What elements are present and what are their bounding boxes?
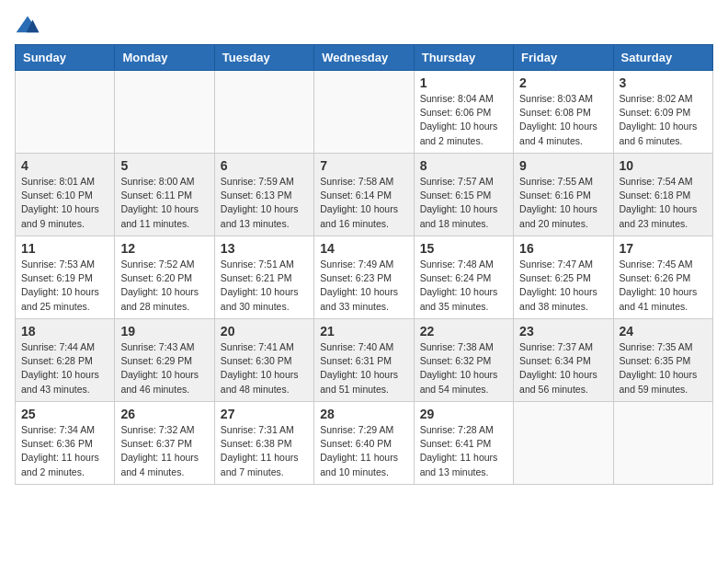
day-info: Sunrise: 7:54 AM Sunset: 6:18 PM Dayligh… bbox=[620, 175, 707, 231]
column-header-sunday: Sunday bbox=[16, 45, 115, 71]
day-info: Sunrise: 7:41 AM Sunset: 6:30 PM Dayligh… bbox=[221, 340, 308, 396]
calendar-day-cell bbox=[214, 71, 313, 154]
calendar-day-cell bbox=[514, 402, 613, 485]
calendar-day-cell: 1Sunrise: 8:04 AM Sunset: 6:06 PM Daylig… bbox=[414, 71, 513, 154]
day-info: Sunrise: 7:57 AM Sunset: 6:15 PM Dayligh… bbox=[420, 175, 507, 231]
day-info: Sunrise: 7:44 AM Sunset: 6:28 PM Dayligh… bbox=[21, 340, 108, 396]
calendar-day-cell: 17Sunrise: 7:45 AM Sunset: 6:26 PM Dayli… bbox=[613, 236, 712, 319]
calendar-day-cell: 16Sunrise: 7:47 AM Sunset: 6:25 PM Dayli… bbox=[514, 236, 613, 319]
day-info: Sunrise: 8:02 AM Sunset: 6:09 PM Dayligh… bbox=[620, 92, 707, 148]
day-number: 19 bbox=[120, 324, 208, 339]
day-info: Sunrise: 7:58 AM Sunset: 6:14 PM Dayligh… bbox=[320, 175, 407, 231]
day-number: 7 bbox=[320, 158, 407, 173]
day-info: Sunrise: 7:51 AM Sunset: 6:21 PM Dayligh… bbox=[221, 258, 308, 314]
day-info: Sunrise: 7:38 AM Sunset: 6:32 PM Dayligh… bbox=[420, 340, 507, 396]
calendar-day-cell: 2Sunrise: 8:03 AM Sunset: 6:08 PM Daylig… bbox=[514, 71, 613, 154]
calendar-day-cell: 13Sunrise: 7:51 AM Sunset: 6:21 PM Dayli… bbox=[214, 236, 313, 319]
day-number: 6 bbox=[221, 158, 308, 173]
calendar-day-cell: 24Sunrise: 7:35 AM Sunset: 6:35 PM Dayli… bbox=[613, 319, 712, 402]
calendar-day-cell bbox=[314, 71, 414, 154]
column-header-tuesday: Tuesday bbox=[214, 45, 313, 71]
calendar-day-cell: 21Sunrise: 7:40 AM Sunset: 6:31 PM Dayli… bbox=[314, 319, 414, 402]
calendar-day-cell: 8Sunrise: 7:57 AM Sunset: 6:15 PM Daylig… bbox=[414, 154, 513, 236]
day-info: Sunrise: 8:01 AM Sunset: 6:10 PM Dayligh… bbox=[21, 175, 108, 231]
calendar-day-cell: 6Sunrise: 7:59 AM Sunset: 6:13 PM Daylig… bbox=[214, 154, 313, 236]
calendar-day-cell: 14Sunrise: 7:49 AM Sunset: 6:23 PM Dayli… bbox=[314, 236, 414, 319]
day-number: 15 bbox=[420, 241, 507, 256]
day-number: 29 bbox=[420, 407, 507, 421]
day-info: Sunrise: 7:43 AM Sunset: 6:29 PM Dayligh… bbox=[120, 340, 208, 396]
calendar-week-row: 18Sunrise: 7:44 AM Sunset: 6:28 PM Dayli… bbox=[16, 319, 713, 402]
calendar-day-cell: 29Sunrise: 7:28 AM Sunset: 6:41 PM Dayli… bbox=[414, 402, 513, 485]
day-number: 10 bbox=[620, 158, 707, 173]
day-number: 18 bbox=[21, 324, 108, 339]
column-header-monday: Monday bbox=[115, 45, 214, 71]
calendar-day-cell: 22Sunrise: 7:38 AM Sunset: 6:32 PM Dayli… bbox=[414, 319, 513, 402]
calendar-day-cell: 12Sunrise: 7:52 AM Sunset: 6:20 PM Dayli… bbox=[115, 236, 214, 319]
column-header-wednesday: Wednesday bbox=[314, 45, 414, 71]
day-info: Sunrise: 7:35 AM Sunset: 6:35 PM Dayligh… bbox=[620, 340, 707, 396]
calendar-day-cell: 20Sunrise: 7:41 AM Sunset: 6:30 PM Dayli… bbox=[214, 319, 313, 402]
day-number: 16 bbox=[519, 241, 607, 256]
day-number: 17 bbox=[620, 241, 707, 256]
day-number: 4 bbox=[21, 158, 108, 173]
day-number: 21 bbox=[320, 324, 407, 339]
calendar-day-cell: 27Sunrise: 7:31 AM Sunset: 6:38 PM Dayli… bbox=[214, 402, 313, 485]
day-number: 5 bbox=[120, 158, 208, 173]
calendar-day-cell: 5Sunrise: 8:00 AM Sunset: 6:11 PM Daylig… bbox=[115, 154, 214, 236]
calendar-day-cell: 15Sunrise: 7:48 AM Sunset: 6:24 PM Dayli… bbox=[414, 236, 513, 319]
logo bbox=[15, 15, 44, 35]
day-number: 13 bbox=[221, 241, 308, 256]
day-info: Sunrise: 7:34 AM Sunset: 6:36 PM Dayligh… bbox=[21, 423, 108, 479]
day-info: Sunrise: 7:48 AM Sunset: 6:24 PM Dayligh… bbox=[420, 258, 507, 314]
day-number: 28 bbox=[320, 407, 407, 421]
calendar-week-row: 4Sunrise: 8:01 AM Sunset: 6:10 PM Daylig… bbox=[16, 154, 713, 236]
calendar-day-cell: 4Sunrise: 8:01 AM Sunset: 6:10 PM Daylig… bbox=[16, 154, 115, 236]
day-info: Sunrise: 8:03 AM Sunset: 6:08 PM Dayligh… bbox=[519, 92, 607, 148]
day-number: 25 bbox=[21, 407, 108, 421]
calendar-day-cell: 25Sunrise: 7:34 AM Sunset: 6:36 PM Dayli… bbox=[16, 402, 115, 485]
calendar-day-cell bbox=[115, 71, 214, 154]
calendar-week-row: 1Sunrise: 8:04 AM Sunset: 6:06 PM Daylig… bbox=[16, 71, 713, 154]
day-number: 9 bbox=[519, 158, 607, 173]
calendar-day-cell: 9Sunrise: 7:55 AM Sunset: 6:16 PM Daylig… bbox=[514, 154, 613, 236]
day-number: 1 bbox=[420, 75, 507, 90]
day-number: 2 bbox=[519, 75, 607, 90]
day-info: Sunrise: 7:45 AM Sunset: 6:26 PM Dayligh… bbox=[620, 258, 707, 314]
day-number: 23 bbox=[519, 324, 607, 339]
day-info: Sunrise: 7:47 AM Sunset: 6:25 PM Dayligh… bbox=[519, 258, 607, 314]
day-number: 14 bbox=[320, 241, 407, 256]
day-info: Sunrise: 7:52 AM Sunset: 6:20 PM Dayligh… bbox=[120, 258, 208, 314]
page-header bbox=[15, 15, 713, 35]
day-info: Sunrise: 7:49 AM Sunset: 6:23 PM Dayligh… bbox=[320, 258, 407, 314]
day-info: Sunrise: 7:31 AM Sunset: 6:38 PM Dayligh… bbox=[221, 423, 308, 479]
calendar-day-cell bbox=[613, 402, 712, 485]
column-header-friday: Friday bbox=[514, 45, 613, 71]
day-number: 26 bbox=[120, 407, 208, 421]
day-info: Sunrise: 7:32 AM Sunset: 6:37 PM Dayligh… bbox=[120, 423, 208, 479]
calendar-day-cell: 7Sunrise: 7:58 AM Sunset: 6:14 PM Daylig… bbox=[314, 154, 414, 236]
day-number: 11 bbox=[21, 241, 108, 256]
day-info: Sunrise: 7:37 AM Sunset: 6:34 PM Dayligh… bbox=[519, 340, 607, 396]
calendar-day-cell: 18Sunrise: 7:44 AM Sunset: 6:28 PM Dayli… bbox=[16, 319, 115, 402]
day-number: 8 bbox=[420, 158, 507, 173]
day-number: 24 bbox=[620, 324, 707, 339]
calendar-day-cell: 23Sunrise: 7:37 AM Sunset: 6:34 PM Dayli… bbox=[514, 319, 613, 402]
day-info: Sunrise: 7:29 AM Sunset: 6:40 PM Dayligh… bbox=[320, 423, 407, 479]
calendar-table: SundayMondayTuesdayWednesdayThursdayFrid… bbox=[15, 44, 713, 485]
day-info: Sunrise: 8:00 AM Sunset: 6:11 PM Dayligh… bbox=[120, 175, 208, 231]
calendar-day-cell: 28Sunrise: 7:29 AM Sunset: 6:40 PM Dayli… bbox=[314, 402, 414, 485]
day-info: Sunrise: 7:55 AM Sunset: 6:16 PM Dayligh… bbox=[519, 175, 607, 231]
day-number: 27 bbox=[221, 407, 308, 421]
calendar-day-cell: 3Sunrise: 8:02 AM Sunset: 6:09 PM Daylig… bbox=[613, 71, 712, 154]
column-header-thursday: Thursday bbox=[414, 45, 513, 71]
calendar-week-row: 11Sunrise: 7:53 AM Sunset: 6:19 PM Dayli… bbox=[16, 236, 713, 319]
day-info: Sunrise: 7:28 AM Sunset: 6:41 PM Dayligh… bbox=[420, 423, 507, 479]
logo-icon bbox=[15, 15, 40, 35]
day-info: Sunrise: 7:40 AM Sunset: 6:31 PM Dayligh… bbox=[320, 340, 407, 396]
day-info: Sunrise: 7:53 AM Sunset: 6:19 PM Dayligh… bbox=[21, 258, 108, 314]
day-number: 22 bbox=[420, 324, 507, 339]
day-info: Sunrise: 8:04 AM Sunset: 6:06 PM Dayligh… bbox=[420, 92, 507, 148]
calendar-week-row: 25Sunrise: 7:34 AM Sunset: 6:36 PM Dayli… bbox=[16, 402, 713, 485]
calendar-day-cell bbox=[16, 71, 115, 154]
